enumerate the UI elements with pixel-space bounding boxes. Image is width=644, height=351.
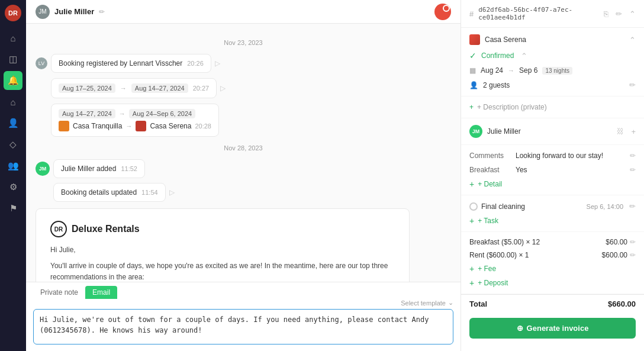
prop-thumb-to	[136, 121, 146, 131]
select-template[interactable]: Select template ⌄	[401, 299, 453, 307]
tab-private-note[interactable]: Private note	[33, 286, 85, 299]
calendar-icon: ▦	[469, 66, 476, 75]
breakfast-price-edit-icon[interactable]: ✏	[630, 238, 636, 246]
task-name: Final cleaning	[481, 202, 583, 211]
sidebar-logo: DR	[5, 5, 21, 21]
current-user-avatar	[434, 4, 451, 20]
comments-value: Looking forward to our stay!	[516, 152, 625, 160]
generate-label: Generate invoice	[527, 324, 589, 333]
send-icon-1[interactable]: ▷	[215, 59, 220, 67]
status-chevron-icon[interactable]: ⌃	[521, 51, 527, 60]
top-header: JM Julie Miller ✏	[26, 0, 461, 24]
property-name: Casa Serena	[485, 36, 622, 44]
booking-updated-time: 11:54	[141, 189, 158, 196]
check-out: Sep 6	[519, 66, 537, 75]
header-user-name: Julie Miller	[54, 7, 94, 16]
chat-area: Nov 23, 2023 LV Booking registered by Le…	[26, 24, 461, 282]
prop-change-time: 20:28	[195, 123, 211, 130]
booking-updated-bubble: Booking details updated 11:54	[53, 183, 166, 202]
nav-flag-icon[interactable]: ⚑	[4, 199, 22, 218]
property-chevron-icon[interactable]: ⌃	[629, 36, 636, 44]
assignee-section: JM Julie Miller ⛓ +	[461, 118, 644, 145]
rent-value: $600.00	[602, 251, 627, 259]
booking-registered-bubble: Booking registered by Lennart Visscher 2…	[51, 54, 211, 73]
booking-id-row: # d62df6ab-56bc-4f07-a7ec-ce01aee4b1df ⎘…	[461, 0, 644, 28]
compose-input[interactable]: Hi Julie, we're out of town for a couple…	[33, 309, 453, 344]
guests-edit-icon[interactable]: ✏	[629, 80, 636, 89]
rent-edit-icon[interactable]: ✏	[630, 251, 636, 259]
nights-badge: 13 nights	[542, 67, 572, 75]
edit-icon[interactable]: ✏	[99, 8, 105, 16]
add-deposit-row[interactable]: + + Deposit	[469, 276, 636, 290]
generate-invoice-button[interactable]: ⊕ Generate invoice	[469, 318, 636, 339]
hash-icon: #	[469, 9, 474, 18]
nav-house-icon[interactable]: ⌂	[4, 92, 22, 111]
detail-label: + Detail	[478, 180, 502, 188]
add-fee-row[interactable]: + + Fee	[469, 262, 636, 276]
status-row: ✓ Confirmed ⌃	[469, 48, 636, 63]
breakfast-row: Breakfast Yes ✏	[469, 163, 636, 177]
prop-change-container: Aug 14–27, 2024 → Aug 24–Sep 6, 2024 Cas…	[51, 102, 451, 139]
edit-booking-id-icon[interactable]: ✏	[616, 9, 622, 18]
add-assignee-icon[interactable]: +	[631, 127, 636, 136]
date-to-2: Aug 24–Sep 6, 2024	[129, 109, 195, 118]
deposit-label: + Deposit	[478, 279, 508, 287]
comments-label: Comments	[469, 152, 511, 160]
comments-edit-icon[interactable]: ✏	[630, 152, 636, 160]
task-date: Sep 6, 14:00	[587, 203, 623, 210]
description-section: + + Description (private)	[461, 96, 644, 118]
plus-task-icon: +	[469, 216, 474, 226]
nav-settings-icon[interactable]: ⚙	[4, 178, 22, 197]
property-row: Casa Serena ⌃	[469, 31, 636, 48]
nav-users-icon[interactable]: 👥	[4, 156, 22, 175]
bubble-row-1: LV Booking registered by Lennart Vissche…	[36, 52, 451, 75]
add-detail-row[interactable]: + + Detail	[469, 177, 636, 191]
email-greeting: Hi Julie,	[50, 244, 395, 256]
link-icon: ⛓	[617, 127, 624, 136]
description-row[interactable]: + + Description (private)	[469, 100, 636, 114]
breakfast-price-value: $60.00	[606, 238, 627, 246]
select-template-label: Select template	[401, 300, 446, 307]
rent-price-row: Rent ($600.00) × 1 $600.00 ✏	[469, 249, 636, 262]
comments-row: Comments Looking forward to our stay! ✏	[469, 149, 636, 163]
chevron-up-icon[interactable]: ⌃	[629, 9, 636, 18]
task-circle[interactable]	[469, 202, 478, 211]
email-logo: DR Deluxe Rentals	[50, 221, 395, 237]
plus-description-icon: +	[469, 103, 474, 111]
property-thumbnail	[469, 34, 480, 45]
breakfast-edit-icon[interactable]: ✏	[630, 166, 636, 174]
add-task-row[interactable]: + + Task	[469, 214, 636, 228]
nav-home-icon[interactable]: ⌂	[4, 28, 22, 47]
comments-section: Comments Looking forward to our stay! ✏ …	[461, 145, 644, 195]
status-badge: Confirmed	[481, 51, 514, 60]
generate-icon: ⊕	[517, 324, 523, 333]
tab-email[interactable]: Email	[85, 286, 117, 299]
send-icon-3[interactable]: ▷	[169, 188, 175, 197]
sidebar-nav: DR ⌂ ◫ 🔔 ⌂ 👤 ◇ 👥 ⚙ ⚑	[0, 0, 26, 351]
breakfast-price-row: Breakfast ($5.00) × 12 $60.00 ✏	[469, 236, 636, 249]
email-logo-icon: DR	[50, 221, 67, 237]
nav-chat-icon[interactable]: ◫	[4, 50, 22, 69]
nav-person-icon[interactable]: 👤	[4, 114, 22, 133]
copy-icon[interactable]: ⎘	[604, 9, 608, 18]
nav-tag-icon[interactable]: ◇	[4, 135, 22, 154]
send-icon-2[interactable]: ▷	[220, 84, 226, 92]
prop-from-name: Casa Tranquilla	[73, 122, 122, 130]
prop-to-name: Casa Serena	[150, 122, 191, 130]
date-divider-2: Nov 28, 2023	[36, 144, 451, 152]
breakfast-label: Breakfast	[469, 166, 511, 174]
task-row: Final cleaning Sep 6, 14:00 ✏	[469, 199, 636, 214]
total-row: Total $660.00	[461, 294, 644, 313]
description-label: + Description (private)	[477, 103, 547, 111]
compose-tabs: Private note Email	[26, 282, 461, 299]
assignee-avatar: JM	[469, 125, 482, 138]
avatar: JM	[36, 5, 50, 19]
task-edit-icon[interactable]: ✏	[629, 202, 636, 211]
date-from-1: Aug 17–25, 2024	[59, 83, 115, 93]
main-content: JM Julie Miller ✏ Nov 23, 2023 LV Bookin…	[26, 0, 461, 351]
email-company-name: Deluxe Rentals	[72, 224, 140, 234]
task-section: Final cleaning Sep 6, 14:00 ✏ + + Task	[461, 195, 644, 232]
nav-bell-icon[interactable]: 🔔	[4, 71, 22, 90]
plus-detail-icon: +	[469, 179, 474, 189]
arrow-icon-2: →	[119, 110, 125, 117]
